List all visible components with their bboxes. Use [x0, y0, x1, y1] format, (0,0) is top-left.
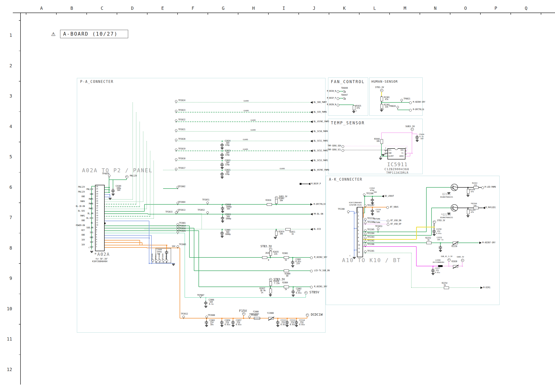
- ground-symbol: [447, 192, 450, 195]
- test-point: [177, 202, 179, 204]
- junction-dot: [287, 318, 288, 319]
- label: 16V: [172, 245, 175, 247]
- ic-pin-name: SDA: [400, 149, 403, 151]
- junction-dot: [432, 266, 434, 267]
- junction-dot: [270, 257, 271, 258]
- test-point: [364, 218, 366, 221]
- grid-tick: [511, 13, 511, 15]
- label: 0.1u: [209, 303, 213, 305]
- capacitor: [220, 231, 224, 236]
- junction-dot: [270, 286, 271, 287]
- label: BL_SCS2_PWM2: [314, 150, 328, 152]
- pin-number: 18: [96, 205, 98, 207]
- label: TP2206: [367, 243, 374, 245]
- terminal-arrow: [310, 228, 313, 230]
- junction-dot: [354, 228, 355, 229]
- sensor-coil-icon: [343, 90, 345, 93]
- label: HUMAN-SENSOR: [371, 80, 398, 83]
- junction-dot: [222, 229, 223, 230]
- wire-segment: [104, 238, 149, 238]
- wire-segment: [416, 247, 417, 266]
- pin-label: 16V: [90, 246, 93, 248]
- ground-symbol: [295, 325, 298, 327]
- capacitor: [371, 209, 374, 214]
- test-point: [159, 259, 161, 262]
- label: M-OPCTRL16: [413, 109, 424, 111]
- connector-ref: *A02A: [94, 252, 110, 257]
- label: A10 TO K10 / BT: [342, 257, 401, 263]
- warning-icon: ⚠: [51, 29, 55, 37]
- label: 47k: [385, 99, 388, 100]
- label: TP2006: [152, 250, 153, 260]
- ground-symbol: [269, 294, 272, 297]
- grid-row-label: 8: [6, 246, 12, 250]
- label: SUB_A1_3.3V: [441, 256, 453, 257]
- label: SUB3.3V: [457, 256, 464, 258]
- ground-symbol: [439, 250, 442, 252]
- label: GUARD: [243, 100, 249, 102]
- test-point: [401, 99, 403, 101]
- label: M_PHYLED1: [486, 207, 496, 209]
- label: GUARD: [250, 119, 256, 121]
- label: TP2023: [178, 109, 185, 111]
- label: TP2201: [367, 250, 374, 252]
- wire-segment: [20, 13, 21, 385]
- label: 22k: [474, 184, 477, 186]
- capacitor: [111, 189, 115, 193]
- label: 22k: [274, 253, 277, 255]
- label: BL_VSYNC_PWM5: [314, 121, 329, 123]
- resistor: [380, 97, 383, 101]
- terminal-circle: [337, 104, 339, 106]
- label: TP2015: [165, 211, 173, 213]
- label: B1ABCF000231: [440, 196, 453, 198]
- label: TP8821: [403, 98, 410, 100]
- junction-dot: [166, 247, 167, 249]
- terminal-arrow: [310, 150, 313, 152]
- junction-dot: [296, 318, 297, 319]
- junction-dot: [109, 187, 110, 188]
- wire-segment: [338, 105, 354, 105]
- capacitor: [291, 260, 294, 265]
- pin-label: PWM6: [89, 203, 93, 205]
- grid-tick: [299, 13, 299, 15]
- label: M-DIR1: [483, 286, 490, 289]
- wire-segment: [176, 151, 310, 151]
- label: BL_SCS1_PWM3: [314, 140, 328, 142]
- wire-segment: [202, 214, 202, 229]
- grid-row-label: 11: [6, 337, 12, 342]
- test-point: [175, 139, 177, 141]
- label: STB3.3V: [375, 86, 384, 88]
- label: TP2005: [179, 243, 186, 246]
- section-box: [326, 176, 500, 305]
- label: 50V: [377, 211, 380, 213]
- grid-tick: [177, 13, 178, 15]
- inductor: [438, 265, 443, 267]
- resistor: [426, 242, 431, 244]
- label: 47k: [357, 107, 360, 109]
- pin-number: 7: [96, 231, 97, 233]
- ground-symbol: [371, 214, 374, 216]
- pin-number: 6: [96, 234, 97, 235]
- wire-segment: [144, 204, 145, 211]
- ground-symbol: [220, 177, 224, 179]
- wire-segment: [109, 179, 126, 180]
- wire-segment: [362, 221, 387, 221]
- wire-segment: [381, 102, 409, 103]
- pin-label: PWM5: [89, 198, 93, 200]
- label: RETURN: [374, 222, 380, 223]
- label: GUARD: [243, 149, 248, 150]
- wire-segment: [407, 146, 407, 150]
- pin-number: 8: [358, 237, 359, 239]
- wire-segment: [104, 211, 145, 212]
- pin-number: 21: [96, 198, 98, 200]
- label: RETURN: [374, 218, 380, 220]
- capacitor: [371, 198, 374, 202]
- pin-label: PWM4: [80, 201, 85, 202]
- label: TP2000: [208, 314, 215, 316]
- ground-symbol: [447, 213, 450, 215]
- wire-segment: [344, 150, 384, 150]
- junction-dot: [109, 189, 110, 190]
- pin-number: 4: [96, 239, 97, 241]
- grid-col-label: K: [342, 6, 347, 11]
- ground-symbol: [220, 167, 224, 170]
